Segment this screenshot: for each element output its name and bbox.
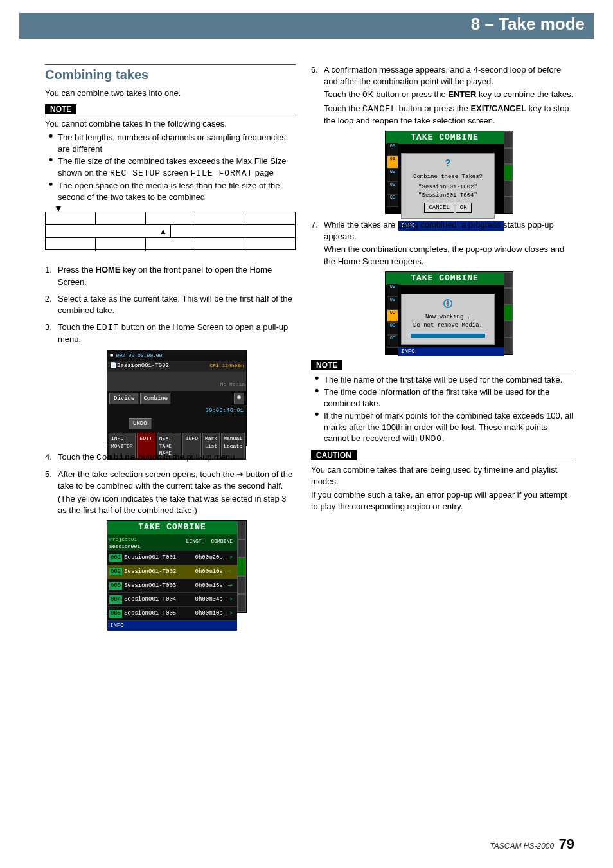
- take-name: Session001-T005: [124, 610, 192, 618]
- note-bullet: The time code information of the first t…: [317, 386, 574, 409]
- combine-arrow-button[interactable]: ➔: [228, 608, 233, 619]
- cf-remain: CF1 124h00m: [209, 362, 244, 370]
- confirm-dialog-screenshot: TAKE COMBINE 00 00 00 00 00 ? Combine th…: [385, 131, 513, 214]
- mono-text: CANCEL: [362, 104, 396, 114]
- text: A confirmation message appears, and a 4-…: [324, 65, 561, 86]
- mono-text: Combine: [96, 453, 136, 462]
- rec-indicator: ◉: [234, 393, 244, 405]
- step-4: Touch the Combine button in the pull-up …: [45, 451, 296, 464]
- combine-arrow-button[interactable]: ➔: [228, 581, 233, 592]
- info-icon: ⓘ: [404, 298, 492, 311]
- divider: [311, 372, 574, 372]
- take-number: 003: [109, 582, 122, 590]
- take-row: 002Session001-T0020h00m10s➪: [107, 565, 237, 579]
- note-label: NOTE: [311, 360, 342, 370]
- doc-icon: 📄: [110, 362, 117, 370]
- note-bullet: If the number of mark points for the com…: [317, 410, 574, 445]
- text: If the number of mark points for the com…: [324, 411, 573, 443]
- text: button or press the: [396, 104, 471, 113]
- text: The open space on the media is less than…: [58, 181, 280, 202]
- progress-line-1: Now working .: [404, 313, 492, 321]
- text: button in the pull-up menu.: [136, 452, 238, 462]
- text: When the combination completes, the pop-…: [324, 244, 574, 267]
- combine-button[interactable]: Combine: [140, 393, 171, 405]
- take-number: 004: [109, 595, 122, 604]
- divider: [45, 116, 296, 116]
- session-name: Session001: [109, 543, 182, 550]
- section-title: Combining takes: [45, 64, 296, 82]
- keycap: ENTER: [448, 89, 476, 99]
- ok-button[interactable]: OK: [456, 203, 472, 213]
- scroll-down-icon[interactable]: [237, 576, 246, 594]
- step-7: While the takes are being combined, a pr…: [311, 219, 574, 355]
- take-name: Session001-T003: [124, 582, 192, 590]
- undo-button[interactable]: UNDO: [129, 418, 152, 430]
- timecode: 00:05:46:01: [107, 406, 246, 416]
- take-length: 0h00m04s: [195, 595, 223, 604]
- take-length: 0h00m10s: [195, 568, 223, 576]
- mono-text: FILE FORMAT: [190, 168, 253, 178]
- take-row: 003Session001-T0030h00m15s➔: [107, 579, 237, 593]
- take-name-2: "Session001-T004": [404, 192, 492, 200]
- combine-arrow-button[interactable]: ➔: [228, 552, 233, 563]
- scrollbar[interactable]: [504, 131, 513, 213]
- intro-text: You can combine two takes into one.: [45, 87, 296, 99]
- mono-text: UNDO: [420, 434, 442, 444]
- scroll-up-icon[interactable]: [237, 539, 246, 557]
- caution-text: You can combine takes that are being use…: [311, 464, 574, 487]
- scroll-bottom-icon[interactable]: [237, 594, 246, 612]
- note-bullet: The open space on the media is less than…: [51, 180, 296, 203]
- take-number: 005: [109, 610, 122, 618]
- chapter-header: 8 – Take mode: [19, 13, 594, 39]
- confirm-dialog: ? Combine these Takes? "Session001-T002"…: [401, 153, 495, 219]
- cancel-button[interactable]: CANCEL: [424, 203, 454, 213]
- scrollbar[interactable]: [237, 521, 246, 612]
- progress-dialog: ⓘ Now working . Do not remove Media.: [401, 294, 495, 345]
- note-bullet: The bit lengths, numbers of channels or …: [51, 132, 296, 154]
- take-name: Session001-T004: [124, 595, 192, 604]
- text: key to combine the takes.: [476, 89, 573, 99]
- text: Touch the: [58, 322, 96, 332]
- keycap: EXIT/CANCEL: [470, 104, 526, 113]
- step-1: Press the HOME key on the front panel to…: [45, 264, 296, 287]
- take-row: 001Session001-T0010h00m20s➔: [107, 551, 237, 565]
- dialog-message: Combine these Takes?: [404, 173, 492, 181]
- mono-text: REC SETUP: [110, 168, 161, 178]
- divide-button[interactable]: Divide: [109, 393, 139, 405]
- text: screen: [161, 168, 190, 177]
- step-2: Select a take as the current take. This …: [45, 293, 296, 316]
- text: Press the: [58, 265, 96, 275]
- note-bullet: The file size of the combined takes exce…: [51, 156, 296, 179]
- text: While the takes are being combined, a pr…: [324, 220, 554, 241]
- info-button[interactable]: INFO: [107, 621, 237, 631]
- home-screen-screenshot: ■ 002 00.00.00.00 📄 Session001-T002 CF1 …: [107, 350, 247, 446]
- steps-list-right: A confirmation message appears, and a 4-…: [311, 64, 574, 355]
- no-media: No Media: [220, 381, 245, 388]
- caution-text: If you combine such a take, an error pop…: [311, 489, 574, 512]
- scroll-top-icon[interactable]: [237, 521, 246, 539]
- scroll-thumb[interactable]: [237, 557, 246, 575]
- caution-label: CAUTION: [311, 450, 357, 460]
- screen-title: TAKE COMBINE: [386, 131, 504, 144]
- note-label: NOTE: [45, 104, 76, 114]
- stop-icon: ■: [110, 352, 113, 360]
- take-length: 0h00m15s: [195, 582, 223, 590]
- combine-arrow-button[interactable]: ➔: [228, 594, 233, 605]
- text: Touch the: [324, 104, 362, 113]
- take-name: Session001-T001: [124, 554, 192, 562]
- combine-arrow-button[interactable]: ➪: [228, 566, 233, 577]
- text: button or press the: [374, 89, 449, 99]
- note-bullet: The file name of the first take will be …: [317, 374, 574, 386]
- info-button[interactable]: INFO: [398, 347, 504, 357]
- step-6: A confirmation message appears, and a 4-…: [311, 64, 574, 214]
- question-icon: ?: [404, 158, 492, 170]
- take-length: 0h00m10s: [195, 610, 223, 618]
- take-combine-list-screenshot: TAKE COMBINE Project01 Session001 LENGTH…: [107, 520, 247, 613]
- scrollbar[interactable]: [504, 272, 513, 354]
- model-name: TASCAM HS-2000: [490, 842, 554, 851]
- take-number: 001: [109, 554, 122, 562]
- text: After the take selection screen opens, t…: [58, 469, 236, 479]
- keycap: HOME: [96, 265, 121, 275]
- progress-bar: [411, 334, 485, 338]
- combine-diagram: ▼ ▲: [45, 208, 296, 258]
